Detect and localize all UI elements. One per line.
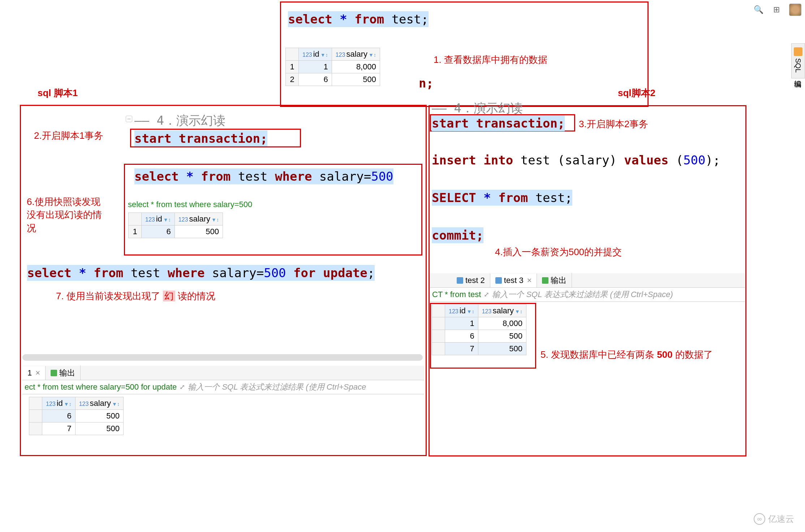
col-header-id[interactable]: 123id▼↕ (42, 397, 76, 410)
col-header-salary[interactable]: 123salary▼↕ (478, 305, 526, 317)
perspective-icon[interactable]: ⊞ (771, 4, 782, 15)
table-icon (457, 277, 463, 284)
search-icon[interactable]: 🔍 (753, 4, 764, 15)
table-row[interactable]: 118,000 (286, 61, 380, 73)
watermark: ∞ 亿速云 (754, 513, 794, 525)
table-row[interactable]: 6500 (29, 410, 124, 422)
result-table-for-update: 123id▼↕ 123salary▼↕ 6500 7500 (29, 397, 124, 435)
table-row[interactable]: 6500 (432, 330, 526, 343)
annotation-step2: 2.开启脚本1事务 (34, 129, 103, 142)
filter-sql-text: ect * from test where salary=500 for upd… (25, 382, 177, 392)
partial-sql-n: n; (419, 76, 434, 90)
header-corner (286, 48, 299, 61)
result-table-snapshot: 123id▼↕ 123salary▼↕ 16500 (128, 213, 223, 238)
table-row[interactable]: 7500 (29, 422, 124, 435)
vertical-tab-label: SQL 编辑 (793, 58, 803, 74)
annotation-step6: 6.使用快照读发现 没有出现幻读的情 况 (27, 195, 102, 235)
watermark-icon: ∞ (754, 513, 765, 525)
col-header-salary[interactable]: 123salary▼↕ (332, 48, 380, 61)
avatar-icon[interactable] (789, 4, 801, 16)
label-script1: sql 脚本1 (38, 87, 78, 99)
sql-editor-icon (794, 47, 802, 56)
sql-insert: insert into test (salary) values (500); (432, 152, 720, 169)
annotation-step7: 7. 使用当前读发现出现了 幻 读的情况 (56, 290, 215, 303)
tab-test2[interactable]: test 2 (452, 274, 490, 287)
table-icon (495, 277, 502, 284)
col-header-salary[interactable]: 123salary▼↕ (75, 397, 123, 410)
filter-hint[interactable]: 输入一个 SQL 表达式来过滤结果 (使用 Ctrl+Space) (492, 289, 673, 300)
result-table-initial: 123id▼↕ 123salary▼↕ 118,000 26500 (285, 48, 380, 86)
filter-row-left: ect * from test where salary=500 for upd… (22, 380, 424, 394)
table-row[interactable]: 16500 (129, 226, 223, 238)
table-row[interactable]: 26500 (286, 73, 380, 86)
table-row[interactable]: 7500 (432, 343, 526, 355)
col-header-salary[interactable]: 123salary▼↕ (175, 213, 223, 226)
output-icon (542, 277, 548, 284)
sql-select-where: select * from test where salary=500 (134, 168, 393, 185)
sql-comment-left: —— 4．演示幻读 (134, 112, 225, 129)
fold-icon[interactable]: − (126, 116, 132, 122)
output-icon (51, 370, 57, 376)
result-table-right: 123id▼↕ 123salary▼↕ 18,000 6500 7500 (432, 304, 526, 355)
vertical-sql-tab[interactable]: SQL 编辑 (791, 43, 805, 78)
sql-select-right: SELECT * from test; (432, 189, 572, 207)
tab-output-right[interactable]: 输出 (537, 273, 572, 288)
filter-row-right: CT * from test ⤢ 输入一个 SQL 表达式来过滤结果 (使用 C… (430, 288, 745, 302)
annotation-step3: 3.开启脚本2事务 (579, 118, 648, 130)
tab-test3[interactable]: test 3× (490, 274, 537, 287)
tab-bar-left: 1× 输出 (22, 366, 424, 380)
expand-icon[interactable]: ⤢ (484, 291, 489, 299)
sql-start-tx-right: start transaction; (432, 115, 565, 132)
annotation-step5: 5. 发现数据库中已经有两条 500 的数据了 (541, 348, 713, 361)
horizontal-scrollbar[interactable] (22, 354, 423, 361)
label-script2: sql脚本2 (618, 87, 655, 99)
tab-output[interactable]: 输出 (46, 365, 81, 381)
annotation-step4: 4.插入一条薪资为500的并提交 (495, 246, 622, 258)
col-header-id[interactable]: 123id▼↕ (445, 305, 478, 317)
sql-commit: commit; (432, 227, 483, 244)
close-icon[interactable]: × (527, 276, 532, 285)
tab-bar-right: test 2 test 3× 输出 (430, 273, 745, 288)
filter-sql-text: CT * from test (432, 290, 481, 299)
col-header-id[interactable]: 123id▼↕ (142, 213, 175, 226)
tab-result-1[interactable]: 1× (22, 366, 46, 380)
sql-select-for-update: select * from test where salary=500 for … (27, 265, 375, 282)
query-echo-snapshot: select * from test where salary=500 (128, 200, 252, 209)
app-toolbar: 🔍 ⊞ (753, 4, 801, 16)
filter-hint[interactable]: 输入一个 SQL 表达式来过滤结果 (使用 Ctrl+Space (188, 382, 366, 392)
col-header-id[interactable]: 123id▼↕ (299, 48, 332, 61)
close-icon[interactable]: × (35, 368, 40, 378)
sql-start-tx-left: start transaction; (134, 130, 267, 147)
expand-icon[interactable]: ⤢ (180, 383, 185, 391)
annotation-step1: 1. 查看数据库中拥有的数据 (434, 53, 547, 66)
table-row[interactable]: 18,000 (432, 317, 526, 330)
sql-select-all: select * from test; (288, 11, 429, 28)
